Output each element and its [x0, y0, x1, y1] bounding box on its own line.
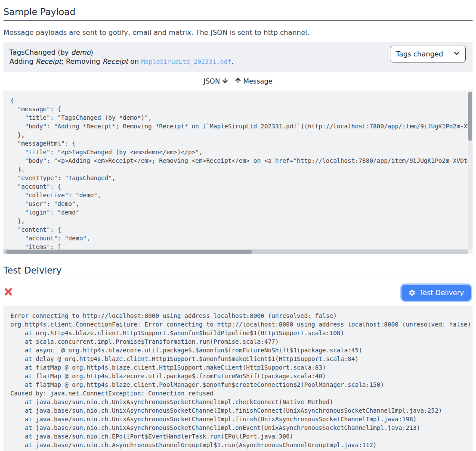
sample-event-box: TagsChanged (by demo) Adding Receipt; Re… — [3, 42, 473, 72]
test-delivery-title: Test Delviery — [3, 265, 473, 279]
event-summary-line: TagsChanged (by demo) — [9, 48, 233, 57]
test-delivery-button-label: Test Delivery — [420, 289, 464, 297]
arrow-up-icon — [235, 78, 241, 85]
json-vertical-scrollbar-thumb[interactable] — [468, 92, 472, 141]
message-view-label: Message — [243, 78, 272, 85]
message-view-link[interactable]: Message — [235, 78, 272, 85]
delivery-error-code: Error connecting to http://localhost:800… — [3, 306, 473, 451]
delivery-error-block: Error connecting to http://localhost:800… — [3, 306, 473, 451]
gear-icon — [408, 289, 416, 296]
event-type-select[interactable]: Tags changed — [390, 46, 466, 62]
test-delivery-controls: Test Delivery — [3, 285, 473, 301]
json-payload-block: { "message": { "title": "TagsChanged (by… — [3, 90, 473, 254]
json-payload-code: { "message": { "title": "TagsChanged (by… — [3, 90, 473, 254]
sample-event-text: TagsChanged (by demo) Adding Receipt; Re… — [9, 48, 233, 66]
chevron-down-icon — [454, 50, 460, 58]
item-link[interactable]: MapleSirupLtd_202331.pdf — [141, 58, 232, 65]
test-delivery-button[interactable]: Test Delivery — [402, 285, 471, 301]
tag-removed: Receipt — [102, 57, 128, 65]
json-horizontal-scrollbar-thumb[interactable] — [6, 250, 252, 254]
payload-description: Message payloads are sent to gotify, ema… — [3, 28, 473, 37]
tag-added: Receipt — [36, 57, 62, 65]
json-vertical-scrollbar[interactable] — [468, 90, 473, 249]
payload-view-toggle: JSON Message — [3, 78, 473, 85]
sample-payload-title: Sample Payload — [3, 7, 473, 21]
json-view-link[interactable]: JSON — [204, 78, 228, 85]
json-horizontal-scrollbar[interactable] — [3, 249, 468, 254]
notification-hook-page: Sample Payload Message payloads are sent… — [0, 7, 476, 451]
event-detail-line: Adding Receipt; Removing Receipt on Mapl… — [9, 57, 233, 66]
delivery-failed-x-icon — [3, 286, 13, 299]
event-user: demo — [71, 48, 90, 56]
arrow-down-icon — [222, 78, 228, 85]
json-view-label: JSON — [204, 78, 220, 85]
event-type-select-value: Tags changed — [396, 50, 443, 58]
